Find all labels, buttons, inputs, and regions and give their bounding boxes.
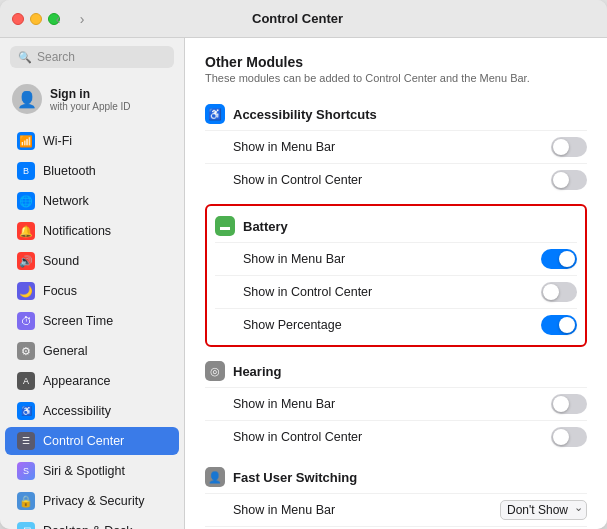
user-section[interactable]: 👤 Sign in with your Apple ID — [0, 76, 184, 122]
section-title: Other Modules — [205, 54, 587, 70]
user-info: Sign in with your Apple ID — [50, 87, 131, 112]
fast-user-dropdown-wrapper[interactable]: Don't Show — [500, 500, 587, 520]
module-name-accessibility-shortcuts: Accessibility Shortcuts — [233, 107, 377, 122]
module-battery-highlighted: ▬ Battery Show in Menu Bar Show in Contr… — [205, 204, 587, 347]
sidebar-item-label: Control Center — [43, 434, 124, 448]
content-area: 🔍 Search 👤 Sign in with your Apple ID 📶 … — [0, 38, 607, 529]
desktop-icon: 🖥 — [17, 522, 35, 529]
sidebar-item-network[interactable]: 🌐 Network — [5, 187, 179, 215]
toggle-label-hearing-menubar: Show in Menu Bar — [233, 397, 335, 411]
toggle-label-hearing-controlcenter: Show in Control Center — [233, 430, 362, 444]
privacy-icon: 🔒 — [17, 492, 35, 510]
sidebar-item-focus[interactable]: 🌙 Focus — [5, 277, 179, 305]
sidebar-item-desktop[interactable]: 🖥 Desktop & Dock — [5, 517, 179, 529]
hearing-icon: ◎ — [205, 361, 225, 381]
module-header-hearing: ◎ Hearing — [205, 355, 587, 383]
accessibility-shortcuts-icon: ♿ — [205, 104, 225, 124]
module-header-accessibility-shortcuts: ♿ Accessibility Shortcuts — [205, 98, 587, 126]
toggle-battery-menubar[interactable] — [541, 249, 577, 269]
sidebar-item-label: Desktop & Dock — [43, 524, 133, 529]
siri-icon: S — [17, 462, 35, 480]
toggle-row-acc-controlcenter: Show in Control Center — [205, 163, 587, 196]
toggle-row-hearing-controlcenter: Show in Control Center — [205, 420, 587, 453]
toggle-hearing-controlcenter[interactable] — [551, 427, 587, 447]
general-icon: ⚙ — [17, 342, 35, 360]
toggle-row-battery-menubar: Show in Menu Bar — [215, 242, 577, 275]
bluetooth-icon: B — [17, 162, 35, 180]
sidebar-item-controlcenter[interactable]: ☰ Control Center — [5, 427, 179, 455]
toggle-acc-controlcenter[interactable] — [551, 170, 587, 190]
toggle-battery-percentage[interactable] — [541, 315, 577, 335]
toggle-label-fastuser-menubar: Show in Menu Bar — [233, 503, 335, 517]
toggle-row-battery-percentage: Show Percentage — [215, 308, 577, 341]
sidebar-item-label: Bluetooth — [43, 164, 96, 178]
toggle-label-acc-controlcenter: Show in Control Center — [233, 173, 362, 187]
toggle-label-battery-menubar: Show in Menu Bar — [243, 252, 345, 266]
search-icon: 🔍 — [18, 51, 32, 64]
back-arrow-icon[interactable]: ‹ — [48, 9, 68, 29]
sidebar-item-bluetooth[interactable]: B Bluetooth — [5, 157, 179, 185]
main-window: ‹ › Control Center 🔍 Search 👤 Sign in wi… — [0, 0, 607, 529]
sidebar-item-label: Privacy & Security — [43, 494, 144, 508]
sidebar-item-label: Appearance — [43, 374, 110, 388]
toggle-acc-menubar[interactable] — [551, 137, 587, 157]
sidebar: 🔍 Search 👤 Sign in with your Apple ID 📶 … — [0, 38, 185, 529]
sidebar-item-label: Notifications — [43, 224, 111, 238]
sidebar-item-appearance[interactable]: A Appearance — [5, 367, 179, 395]
sidebar-item-privacy[interactable]: 🔒 Privacy & Security — [5, 487, 179, 515]
sidebar-item-sound[interactable]: 🔊 Sound — [5, 247, 179, 275]
fast-user-icon: 👤 — [205, 467, 225, 487]
sidebar-item-notifications[interactable]: 🔔 Notifications — [5, 217, 179, 245]
user-name: Sign in — [50, 87, 131, 101]
notifications-icon: 🔔 — [17, 222, 35, 240]
module-name-fast-user: Fast User Switching — [233, 470, 357, 485]
avatar: 👤 — [12, 84, 42, 114]
main-content: Other Modules These modules can be added… — [185, 38, 607, 529]
module-name-hearing: Hearing — [233, 364, 281, 379]
module-header-fast-user: 👤 Fast User Switching — [205, 461, 587, 489]
sidebar-item-label: Screen Time — [43, 314, 113, 328]
search-box[interactable]: 🔍 Search — [10, 46, 174, 68]
sidebar-item-wifi[interactable]: 📶 Wi-Fi — [5, 127, 179, 155]
sidebar-item-label: Accessibility — [43, 404, 111, 418]
toggle-hearing-menubar[interactable] — [551, 394, 587, 414]
sidebar-item-label: General — [43, 344, 87, 358]
accessibility-icon: ♿ — [17, 402, 35, 420]
toggle-battery-controlcenter[interactable] — [541, 282, 577, 302]
sidebar-item-screentime[interactable]: ⏱ Screen Time — [5, 307, 179, 335]
sidebar-item-label: Sound — [43, 254, 79, 268]
section-subtitle: These modules can be added to Control Ce… — [205, 72, 587, 84]
toggle-row-acc-menubar: Show in Menu Bar — [205, 130, 587, 163]
battery-icon: ▬ — [215, 216, 235, 236]
sidebar-item-label: Siri & Spotlight — [43, 464, 125, 478]
focus-icon: 🌙 — [17, 282, 35, 300]
module-header-battery: ▬ Battery — [215, 210, 577, 238]
sidebar-item-label: Network — [43, 194, 89, 208]
sidebar-item-general[interactable]: ⚙ General — [5, 337, 179, 365]
toggle-label-battery-percentage: Show Percentage — [243, 318, 342, 332]
forward-arrow-icon[interactable]: › — [72, 9, 92, 29]
module-fast-user-switching: 👤 Fast User Switching Show in Menu Bar D… — [205, 461, 587, 529]
appearance-icon: A — [17, 372, 35, 390]
module-hearing: ◎ Hearing Show in Menu Bar Show in Contr… — [205, 355, 587, 453]
toggle-row-fastuser-menubar: Show in Menu Bar Don't Show — [205, 493, 587, 526]
toggle-row-battery-controlcenter: Show in Control Center — [215, 275, 577, 308]
fast-user-dropdown[interactable]: Don't Show — [500, 500, 587, 520]
sidebar-item-siri[interactable]: S Siri & Spotlight — [5, 457, 179, 485]
wifi-icon: 📶 — [17, 132, 35, 150]
sidebar-item-accessibility[interactable]: ♿ Accessibility — [5, 397, 179, 425]
network-icon: 🌐 — [17, 192, 35, 210]
toggle-label-acc-menubar: Show in Menu Bar — [233, 140, 335, 154]
sidebar-item-label: Focus — [43, 284, 77, 298]
titlebar: ‹ › Control Center — [0, 0, 607, 38]
controlcenter-icon: ☰ — [17, 432, 35, 450]
user-subtitle: with your Apple ID — [50, 101, 131, 112]
screentime-icon: ⏱ — [17, 312, 35, 330]
toggle-row-hearing-menubar: Show in Menu Bar — [205, 387, 587, 420]
sidebar-item-label: Wi-Fi — [43, 134, 72, 148]
module-accessibility-shortcuts: ♿ Accessibility Shortcuts Show in Menu B… — [205, 98, 587, 196]
toggle-label-battery-controlcenter: Show in Control Center — [243, 285, 372, 299]
search-placeholder: Search — [37, 50, 75, 64]
module-name-battery: Battery — [243, 219, 288, 234]
sound-icon: 🔊 — [17, 252, 35, 270]
